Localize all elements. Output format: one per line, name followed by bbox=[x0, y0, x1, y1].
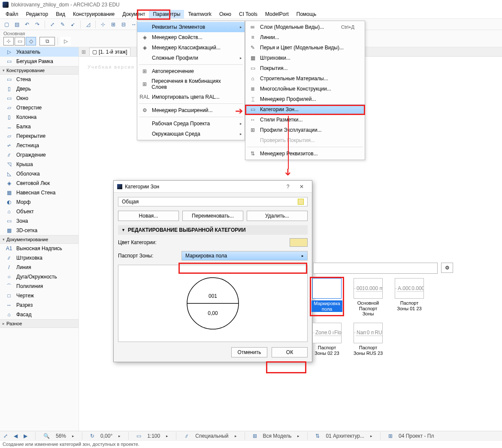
geom-mode-1[interactable]: ⊹ bbox=[3, 37, 14, 45]
tool-group-3[interactable]: ▸Разное bbox=[0, 319, 79, 328]
menu-item--[interactable]: ⊞Пересечения в Комбинациях Слоев bbox=[137, 76, 245, 92]
scale-icon[interactable]: ▭ bbox=[136, 433, 141, 439]
menu-item--[interactable]: ⌶Менеджер Профилей... bbox=[245, 94, 365, 104]
eyedrop-icon[interactable]: ✎ bbox=[58, 20, 67, 29]
penset-icon[interactable]: ⫽ bbox=[184, 433, 189, 439]
stamp-thumb-Основной-Паспорт-Зоны[interactable]: 0010.000 m²Основной Паспорт Зоны bbox=[353, 278, 384, 317]
tool-Бегущая Рамка[interactable]: ▭Бегущая Рамка bbox=[0, 57, 79, 66]
layer-icon[interactable]: ⇅ bbox=[315, 433, 320, 439]
menu-вид[interactable]: Вид bbox=[52, 10, 69, 18]
delete-category-button[interactable]: Удалить... bbox=[247, 211, 308, 221]
category-name-field[interactable]: Общая bbox=[118, 197, 308, 206]
new-icon[interactable]: ▢ bbox=[2, 20, 11, 29]
dialog-help-button[interactable]: ? bbox=[281, 182, 295, 192]
cancel-button[interactable]: Отменить bbox=[231, 347, 267, 357]
tool-group-2[interactable]: ▾Документирование bbox=[0, 235, 79, 244]
tool-Указатель[interactable]: ▷Указатель bbox=[0, 47, 79, 57]
menu-item--[interactable]: ▦Штриховки... bbox=[245, 53, 365, 63]
tool-Дуга/Окружность[interactable]: ○Дуга/Окружность bbox=[0, 272, 79, 282]
menu-item--[interactable]: ▭Покрытия... bbox=[245, 63, 365, 73]
tool-group-1[interactable]: ▾Конструирование bbox=[0, 66, 79, 75]
tool-Балка[interactable]: ⎽Балка bbox=[0, 122, 79, 131]
menu-документ[interactable]: Документ bbox=[118, 10, 149, 18]
zoom-fit-icon[interactable]: ⤢ bbox=[3, 433, 8, 439]
cursor-mode[interactable]: ▷ bbox=[60, 37, 71, 45]
tool-Отверстие[interactable]: ▱Отверстие bbox=[0, 103, 79, 112]
menu-modelport[interactable]: ModelPort bbox=[261, 10, 293, 18]
menu-item--[interactable]: Окружающая Среда▸ bbox=[137, 129, 245, 139]
tab-floor-1[interactable]: ▢ [1. 1-й этаж] bbox=[89, 48, 130, 56]
open-icon[interactable]: ▤ bbox=[12, 20, 21, 29]
redo-icon[interactable]: ↷ bbox=[33, 20, 42, 29]
menu-item--[interactable]: ▭Категории Зон... bbox=[245, 104, 365, 115]
menu-item--[interactable]: ⇅Менеджер Реквизитов... bbox=[245, 148, 365, 159]
new-category-button[interactable]: Новая... bbox=[118, 211, 179, 221]
tool-Оболочка[interactable]: ◺Оболочка bbox=[0, 169, 79, 179]
ok-button[interactable]: ОК bbox=[272, 347, 308, 357]
tool-Перекрытие[interactable]: ▱Перекрытие bbox=[0, 131, 79, 141]
menu-окно[interactable]: Окно bbox=[215, 10, 235, 18]
tool-Колонна[interactable]: ▯Колонна bbox=[0, 112, 79, 122]
tool-Дверь[interactable]: ▯Дверь bbox=[0, 84, 79, 94]
menu-item--[interactable]: Рабочая Среда Проекта▸ bbox=[137, 118, 245, 129]
stamp-thumb-Паспорт-Зоны-02-23[interactable]: Zone/Name0 m²FloorsПаспорт Зоны 02 23 bbox=[311, 323, 342, 356]
tab-grid-icon[interactable]: ⊞ bbox=[82, 49, 86, 55]
undo-icon[interactable]: ↶ bbox=[22, 20, 32, 29]
tool-Полилиния[interactable]: ⌒Полилиния bbox=[0, 282, 79, 291]
tool-3D-сетка[interactable]: ▦3D-сетка bbox=[0, 226, 79, 235]
snap1-icon[interactable]: ⊹ bbox=[98, 20, 108, 29]
tool-Штриховка[interactable]: ⫽Штриховка bbox=[0, 253, 79, 263]
snap3-icon[interactable]: ⊟ bbox=[119, 20, 128, 29]
tool-Линия[interactable]: /Линия bbox=[0, 263, 79, 272]
zone-passport-dropdown[interactable]: Маркировка пола ▸ bbox=[181, 251, 308, 260]
tool-Навесная Стена[interactable]: ▦Навесная Стена bbox=[0, 188, 79, 197]
tool-Окно[interactable]: ▭Окно bbox=[0, 94, 79, 103]
zoom-prev-icon[interactable]: ◀ bbox=[14, 433, 18, 439]
menu-item--[interactable]: ≣Многослойные Конструкции... bbox=[245, 84, 365, 94]
menu-параметры[interactable]: Параметры bbox=[149, 10, 184, 18]
tool-Объект[interactable]: ⌂Объект bbox=[0, 207, 79, 216]
penset-value[interactable]: Специальный bbox=[195, 433, 228, 439]
scale-value[interactable]: 1:100 bbox=[147, 433, 160, 439]
menu-item--[interactable]: ✎Перья и Цвет (Модельные Виды)... bbox=[245, 42, 365, 53]
menu-редактор[interactable]: Редактор bbox=[22, 10, 52, 18]
zoom-value[interactable]: 56% bbox=[56, 433, 66, 439]
stamp-thumb-Паспорт-Зоны-RUS-23[interactable]: Name0 m²RUSПаспорт Зоны RUS 23 bbox=[353, 323, 384, 356]
axis-icon[interactable]: ◿ bbox=[83, 20, 93, 29]
menu-item--[interactable]: ⊞Профили Эксплуатации... bbox=[245, 125, 365, 135]
menu-item--[interactable]: ⌂Строительные Материалы... bbox=[245, 73, 365, 84]
menu-item--[interactable]: Реквизиты Элементов▸ bbox=[137, 22, 245, 32]
menu-item--[interactable]: ◈Менеджер Классификаций... bbox=[137, 42, 245, 53]
menu-ci tools[interactable]: CI Tools bbox=[235, 10, 261, 18]
layer-value[interactable]: 01 Архитектур... bbox=[326, 433, 364, 439]
syringe-icon[interactable]: ➹ bbox=[68, 20, 78, 29]
menu-item--[interactable]: ◈Менеджер Свойств... bbox=[137, 32, 245, 42]
stamp-search-field[interactable] bbox=[313, 263, 438, 274]
tool-Ограждение[interactable]: ⫽Ограждение bbox=[0, 150, 79, 160]
rename-category-button[interactable]: Переименовать... bbox=[182, 211, 243, 221]
tool-Лестница[interactable]: ⩫Лестница bbox=[0, 141, 79, 150]
model-icon[interactable]: ⊞ bbox=[253, 433, 257, 439]
tool-Фасад[interactable]: ⌂Фасад bbox=[0, 310, 79, 319]
tool-Морф[interactable]: ◐Морф bbox=[0, 197, 79, 207]
zoom-icon[interactable]: 🔍 bbox=[43, 433, 50, 439]
tool-Зона[interactable]: ▭Зона bbox=[0, 216, 79, 226]
menu-item--[interactable]: ↔Стили Разметки... bbox=[245, 115, 365, 125]
menu-помощь[interactable]: Помощь bbox=[293, 10, 320, 18]
measure-icon[interactable]: ⤢ bbox=[48, 20, 57, 29]
layout-icon[interactable]: ⊞ bbox=[388, 433, 393, 439]
model-value[interactable]: Вся Модель bbox=[263, 433, 292, 439]
menu-item--RAL-[interactable]: RALИмпортировать цвета RAL... bbox=[137, 92, 245, 102]
stamp-thumb-Паспорт-Зоны-01-23[interactable]: A.0000m²0.000 m²Паспорт Зоны 01 23 bbox=[394, 278, 425, 317]
geom-mode-2[interactable]: ▭ bbox=[15, 37, 25, 45]
tool-Выносная Надпись[interactable]: A1Выносная Надпись bbox=[0, 244, 79, 253]
zoom-next-icon[interactable]: ▶ bbox=[24, 433, 27, 439]
menu-конструирование[interactable]: Конструирование bbox=[69, 10, 118, 18]
snap2-icon[interactable]: ⊞ bbox=[109, 20, 118, 29]
tool-Стена[interactable]: ▭Стена bbox=[0, 75, 79, 84]
tool-Разрез[interactable]: ↔Разрез bbox=[0, 300, 79, 310]
rotate-icon[interactable]: ↻ bbox=[90, 433, 94, 439]
menu-teamwork[interactable]: Teamwork bbox=[184, 10, 215, 18]
tool-Крыша[interactable]: ◹Крыша bbox=[0, 160, 79, 169]
menu-item--[interactable]: ≡Линии... bbox=[245, 32, 365, 42]
